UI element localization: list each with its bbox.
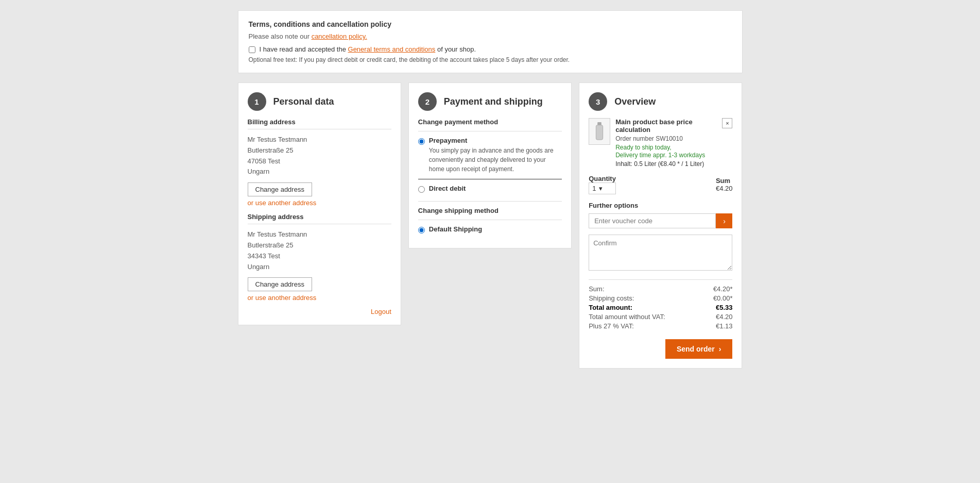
voucher-row: › [589, 213, 732, 228]
overview-panel: 3 Overview Main product base price calcu… [579, 82, 742, 369]
shipping-address: Mr Testus TestmannButlerstraße 2534343 T… [248, 229, 391, 272]
svg-rect-1 [596, 125, 603, 140]
cancellation-policy-link[interactable]: cancellation policy. [312, 32, 367, 40]
remove-product-button[interactable]: × [722, 118, 732, 128]
default-shipping-label: Default Shipping [429, 225, 482, 233]
payment-method-divider [418, 179, 562, 179]
voucher-input[interactable] [589, 213, 716, 228]
product-image [589, 118, 610, 145]
payment-shipping-panel: 2 Payment and shipping Change payment me… [408, 82, 572, 248]
gtc-checkbox[interactable] [249, 46, 255, 53]
without-vat-label: Total amount without VAT: [589, 313, 665, 321]
without-vat-row: Total amount without VAT: €4.20 [589, 313, 732, 321]
change-shipping-address-button[interactable]: Change address [248, 277, 312, 291]
product-info: Main product base price calculation Orde… [615, 118, 717, 168]
terms-section: Terms, conditions and cancellation polic… [238, 10, 743, 73]
checkout-columns: 1 Personal data Billing address Mr Testu… [238, 82, 743, 369]
product-icon [594, 122, 605, 141]
vat-label: Plus 27 % VAT: [589, 322, 634, 330]
shipping-total-value: €0.00* [713, 294, 733, 302]
shipping-total-label: Shipping costs: [589, 294, 634, 302]
terms-checkbox-row: I have read and accepted the General ter… [249, 45, 732, 53]
product-order-number: Order number SW10010 [615, 135, 717, 142]
send-order-icon: › [719, 345, 721, 353]
direct-debit-radio[interactable] [418, 186, 425, 193]
send-order-button[interactable]: Send order › [665, 339, 733, 359]
further-options-label: Further options [589, 202, 732, 209]
vat-row: Plus 27 % VAT: €1.13 [589, 322, 732, 330]
terms-note: Please also note our cancellation policy… [249, 32, 732, 40]
payment-divider [418, 131, 562, 131]
quantity-dropdown-icon: ▾ [599, 185, 603, 192]
direct-debit-option: Direct debit [418, 185, 562, 193]
prepayment-option: Prepayment You simply pay in advance and… [418, 137, 562, 174]
use-another-billing-link[interactable]: or use another address [248, 199, 391, 207]
change-shipping-label: Change shipping method [418, 207, 562, 214]
step3-header: 3 Overview [589, 92, 732, 111]
step2-header: 2 Payment and shipping [418, 92, 562, 111]
product-name: Main product base price calculation [615, 118, 717, 134]
product-inhalt: Inhalt: 0.5 Liter (€8.40 * / 1 Liter) [615, 160, 717, 168]
step1-circle: 1 [248, 92, 266, 111]
step2-circle: 2 [418, 92, 437, 111]
shipping-method-divider [418, 220, 562, 220]
product-delivery: Delivery time appr. 1-3 workdays [615, 152, 717, 159]
default-shipping-option: Default Shipping [418, 225, 562, 234]
grand-total-label: Total amount: [589, 304, 632, 311]
totals-section: Sum: €4.20* Shipping costs: €0.00* Total… [589, 279, 732, 330]
logout-link[interactable]: Logout [248, 308, 391, 315]
shipping-method-top-divider [418, 201, 562, 202]
billing-divider [248, 129, 391, 129]
step1-title: Personal data [273, 96, 334, 107]
default-shipping-radio[interactable] [418, 227, 425, 234]
svg-rect-0 [597, 122, 601, 125]
gtc-link[interactable]: General terms and conditions [348, 45, 436, 53]
use-another-shipping-link[interactable]: or use another address [248, 294, 391, 302]
change-billing-address-button[interactable]: Change address [248, 182, 312, 196]
step3-circle: 3 [589, 92, 607, 111]
sum-total-label: Sum: [589, 285, 604, 293]
quantity-value: 1 [592, 185, 596, 192]
send-order-label: Send order [677, 345, 715, 353]
shipping-total-row: Shipping costs: €0.00* [589, 294, 732, 302]
terms-title: Terms, conditions and cancellation polic… [249, 20, 732, 28]
product-row: Main product base price calculation Orde… [589, 118, 732, 168]
billing-label: Billing address [248, 118, 391, 126]
without-vat-value: €4.20 [716, 313, 733, 321]
confirm-textarea[interactable] [589, 235, 732, 271]
sum-total-value: €4.20* [713, 285, 733, 293]
qty-sum-row: Quantity 1 ▾ Sum €4.20 [589, 175, 732, 194]
vat-value: €1.13 [716, 322, 733, 330]
terms-checkbox-label: I have read and accepted the General ter… [260, 45, 476, 53]
quantity-label: Quantity [589, 175, 616, 182]
product-ready: Ready to ship today, [615, 144, 717, 151]
shipping-label: Shipping address [248, 213, 391, 221]
step2-title: Payment and shipping [444, 96, 543, 107]
grand-total-row: Total amount: €5.33 [589, 304, 732, 311]
change-payment-label: Change payment method [418, 118, 562, 126]
prepayment-content: Prepayment You simply pay in advance and… [429, 137, 562, 174]
sum-value: €4.20 [716, 185, 733, 192]
sum-total-row: Sum: €4.20* [589, 285, 732, 293]
send-order-row: Send order › [589, 337, 732, 359]
voucher-submit-button[interactable]: › [716, 213, 732, 228]
quantity-selector[interactable]: 1 ▾ [589, 182, 616, 194]
prepayment-radio[interactable] [418, 138, 425, 145]
shipping-divider [248, 224, 391, 224]
step3-title: Overview [614, 96, 656, 107]
terms-optional-text: Optional free text: If you pay direct de… [249, 56, 732, 63]
personal-data-panel: 1 Personal data Billing address Mr Testu… [238, 82, 401, 325]
terms-note-prefix: Please also note our [249, 32, 312, 40]
billing-address: Mr Testus TestmannButlerstraße 2547058 T… [248, 135, 391, 177]
step1-header: 1 Personal data [248, 92, 391, 111]
prepayment-desc: You simply pay in advance and the goods … [429, 146, 562, 174]
grand-total-value: €5.33 [716, 304, 733, 311]
prepayment-label: Prepayment [429, 137, 562, 144]
sum-label: Sum [716, 177, 733, 185]
direct-debit-label: Direct debit [429, 185, 466, 192]
